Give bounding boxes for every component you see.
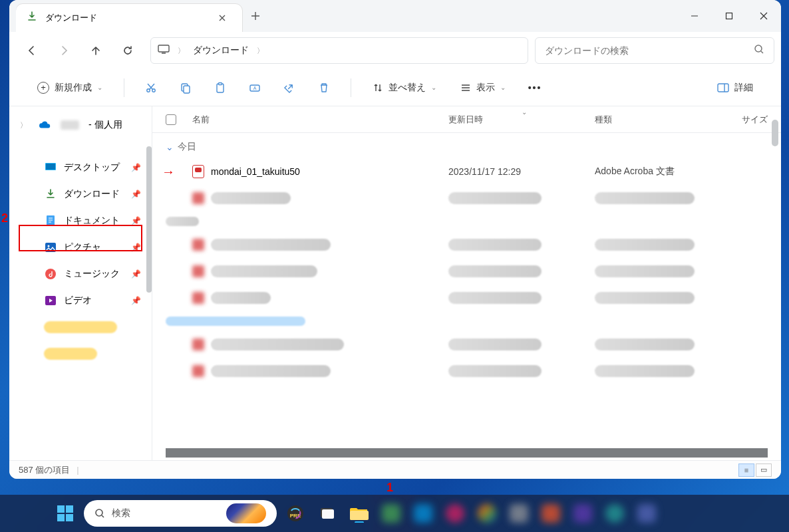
chevron-down-icon: ⌄ xyxy=(500,84,506,91)
col-name[interactable]: 名前 xyxy=(192,114,448,126)
vertical-scrollbar[interactable] xyxy=(772,120,778,146)
tab-close-button[interactable] xyxy=(213,9,232,27)
taskbar-copilot[interactable]: PRE xyxy=(282,500,309,527)
svg-rect-23 xyxy=(322,509,334,519)
svg-rect-8 xyxy=(219,82,222,84)
nav-item-downloads[interactable]: ダウンロード 📌 xyxy=(12,181,149,207)
share-button[interactable] xyxy=(275,74,304,101)
file-row[interactable]: → mondai_01_takuitu50 2023/11/17 12:29 A… xyxy=(166,158,768,185)
file-row-blurred[interactable] xyxy=(166,185,768,211)
nav-label: ダウンロード xyxy=(64,188,120,200)
close-icon xyxy=(218,14,226,22)
checkbox-all[interactable] xyxy=(166,114,192,125)
taskbar-app-blurred[interactable] xyxy=(378,500,404,527)
nav-item-onedrive[interactable]: 〉 - 個人用 xyxy=(12,112,149,138)
group-blurred[interactable] xyxy=(166,211,768,231)
tab-title: ダウンロード xyxy=(45,12,205,24)
new-button[interactable]: + 新規作成 ⌄ xyxy=(28,74,112,101)
forward-button[interactable] xyxy=(48,36,80,65)
view-button[interactable]: 表示 ⌄ xyxy=(451,74,515,101)
cut-button[interactable] xyxy=(136,74,166,101)
nav-item-blurred[interactable] xyxy=(12,340,149,367)
col-date[interactable]: ⌄更新日時 xyxy=(448,114,595,126)
svg-point-16 xyxy=(48,245,50,247)
download-icon xyxy=(27,11,37,25)
file-name: mondai_01_takuitu50 xyxy=(211,166,300,177)
pin-icon[interactable]: 📌 xyxy=(131,296,141,305)
taskbar-app-blurred[interactable] xyxy=(410,500,436,527)
taskbar-app-blurred[interactable] xyxy=(633,500,660,527)
taskbar-app-blurred[interactable] xyxy=(569,500,596,527)
nav-item-documents[interactable]: ドキュメント 📌 xyxy=(12,207,149,234)
file-row-blurred[interactable] xyxy=(166,331,768,358)
horizontal-scrollbar[interactable] xyxy=(166,448,768,458)
view-icons-button[interactable]: ▭ xyxy=(756,464,772,477)
rename-button[interactable]: A xyxy=(240,74,269,101)
nav-item-video[interactable]: ビデオ 📌 xyxy=(12,287,149,314)
tab-downloads[interactable]: ダウンロード xyxy=(16,4,242,32)
music-icon xyxy=(44,267,57,281)
back-button[interactable] xyxy=(16,36,48,65)
search-icon xyxy=(754,44,764,57)
window-close-button[interactable] xyxy=(746,0,781,32)
details-button[interactable]: 詳細 xyxy=(708,74,762,101)
pin-icon[interactable]: 📌 xyxy=(131,190,141,199)
file-list-area: 名前 ⌄更新日時 種類 サイズ ⌄ 今日 → mondai_01_takuitu… xyxy=(152,106,781,460)
taskbar-explorer[interactable] xyxy=(346,500,373,527)
search-input[interactable] xyxy=(545,45,754,56)
title-bar: ダウンロード xyxy=(9,0,781,32)
delete-button[interactable] xyxy=(309,74,339,101)
breadcrumb-segment[interactable]: ダウンロード xyxy=(193,45,249,57)
window-maximize-button[interactable] xyxy=(712,0,746,32)
pin-icon[interactable]: 📌 xyxy=(131,243,141,252)
document-icon xyxy=(44,214,57,227)
annotation-number-1: 1 xyxy=(387,481,393,495)
file-list[interactable]: ⌄ 今日 → mondai_01_takuitu50 2023/11/17 12… xyxy=(152,133,781,448)
file-date: 2023/11/17 12:29 xyxy=(448,166,595,177)
sort-button[interactable]: 並べ替え ⌄ xyxy=(363,74,446,101)
pin-icon[interactable]: 📌 xyxy=(131,269,141,279)
window-minimize-button[interactable] xyxy=(677,0,712,32)
file-row-blurred[interactable] xyxy=(166,285,768,311)
sort-icon xyxy=(373,82,383,93)
paste-button[interactable] xyxy=(206,74,235,101)
desktop-icon xyxy=(44,161,57,174)
col-size[interactable]: サイズ xyxy=(728,114,768,126)
breadcrumb[interactable]: 〉 ダウンロード 〉 xyxy=(150,37,528,64)
nav-item-pictures[interactable]: ピクチャ 📌 xyxy=(12,234,149,261)
taskbar-app-blurred[interactable] xyxy=(506,500,532,527)
ellipsis-icon: ••• xyxy=(528,82,542,93)
taskbar-app-blurred[interactable] xyxy=(474,500,500,527)
new-tab-button[interactable] xyxy=(242,0,269,32)
search-decoration xyxy=(226,503,266,523)
col-type[interactable]: 種類 xyxy=(595,114,728,126)
up-button[interactable] xyxy=(80,36,112,65)
svg-rect-25 xyxy=(355,521,364,523)
svg-rect-0 xyxy=(726,13,732,19)
view-details-button[interactable]: ≡ xyxy=(738,464,754,477)
file-row-blurred[interactable] xyxy=(166,358,768,384)
nav-item-desktop[interactable]: デスクトップ 📌 xyxy=(12,154,149,181)
svg-rect-11 xyxy=(718,84,728,92)
pin-icon[interactable]: 📌 xyxy=(131,163,141,172)
more-button[interactable]: ••• xyxy=(520,74,550,101)
navigation-pane[interactable]: 〉 - 個人用 デスクトップ 📌 ダウンロード 📌 ドキュメント 📌 xyxy=(9,106,152,460)
taskbar-app-blurred[interactable] xyxy=(601,500,628,527)
details-label: 詳細 xyxy=(734,82,753,94)
start-button[interactable] xyxy=(52,500,79,527)
nav-item-blurred[interactable] xyxy=(12,314,149,340)
scrollbar[interactable] xyxy=(146,146,152,293)
taskbar-taskview[interactable] xyxy=(314,500,341,527)
pin-icon[interactable]: 📌 xyxy=(131,216,141,225)
nav-item-music[interactable]: ミュージック 📌 xyxy=(12,261,149,287)
taskbar-search[interactable]: 検索 xyxy=(84,500,277,527)
file-row-blurred[interactable] xyxy=(166,258,768,285)
file-row-blurred[interactable] xyxy=(166,231,768,258)
taskbar-app-blurred[interactable] xyxy=(538,500,564,527)
copy-button[interactable] xyxy=(171,74,200,101)
taskbar-app-blurred[interactable] xyxy=(442,500,468,527)
refresh-button[interactable] xyxy=(112,36,144,65)
group-today[interactable]: ⌄ 今日 xyxy=(166,136,768,158)
search-box[interactable] xyxy=(535,37,774,64)
group-blurred[interactable] xyxy=(166,311,768,331)
